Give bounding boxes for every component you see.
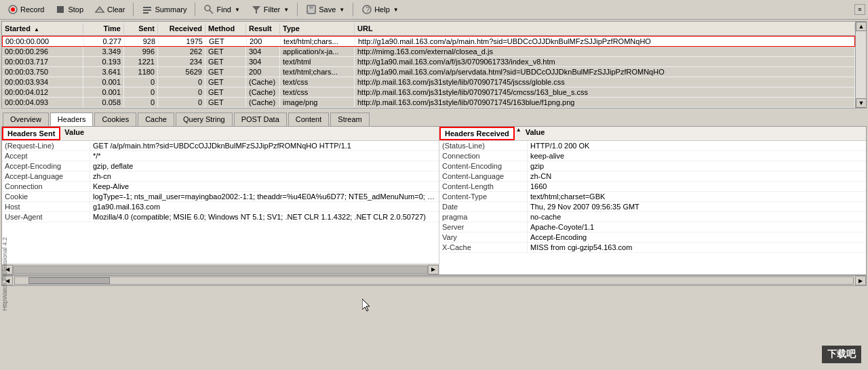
record-icon [7, 4, 18, 15]
sort-arrow-started: ▲ [34, 26, 39, 33]
header-key: Content-Encoding [439, 161, 528, 171]
summary-icon [142, 4, 153, 15]
header-key: Date [439, 202, 528, 211]
col-header-time[interactable]: Time [83, 23, 124, 34]
find-dropdown-icon[interactable]: ▼ [235, 7, 240, 13]
tab-query-string[interactable]: Query String [176, 112, 233, 126]
stop-icon [55, 4, 66, 15]
tab-stream[interactable]: Stream [330, 112, 369, 126]
save-dropdown-icon[interactable]: ▼ [339, 7, 344, 13]
header-key: (Status-Line) [439, 141, 528, 150]
headers-sent-col-header: Headers Sent [2, 127, 60, 140]
tab-cache[interactable]: Cache [138, 112, 174, 126]
value-col-header-left: Value [60, 127, 88, 140]
cell-received: 234 [158, 57, 205, 66]
header-key: Content-Length [439, 182, 528, 191]
table-row[interactable]: 00:00:04.093 0.058 0 0 GET (Cache) image… [2, 98, 855, 108]
summary-button[interactable]: Summary [137, 2, 191, 17]
cell-result: (Cache) [246, 77, 280, 87]
save-icon [306, 4, 317, 15]
table-row[interactable]: 00:00:03.717 0.193 1221 234 GET 304 text… [2, 57, 855, 67]
svg-rect-2 [57, 6, 64, 13]
stop-label: Stop [68, 5, 83, 14]
scroll-down-button[interactable]: ▼ [856, 98, 867, 108]
save-button[interactable]: Save ▼ [301, 2, 349, 17]
headers-sent-panel: Headers Sent Value (Request-Line) GET /a… [2, 127, 439, 274]
help-button[interactable]: ? Help ▼ [357, 2, 403, 17]
cell-time: 0.193 [83, 57, 124, 66]
left-scroll-right[interactable]: ▶ [428, 265, 439, 274]
tab-content[interactable]: Content [288, 112, 330, 126]
header-key: Vary [439, 232, 528, 242]
scroll-up-button[interactable]: ▲ [856, 22, 867, 31]
cell-url: http://mimg.163.com/external/closea_d.js [355, 47, 855, 56]
bottom-scroll-right[interactable]: ▶ [855, 276, 866, 285]
cell-result: 200 [246, 67, 280, 77]
table-row[interactable]: 00:00:03.750 3.641 1180 5629 GET 200 tex… [2, 67, 855, 77]
filter-button[interactable]: Filter ▼ [246, 2, 294, 17]
header-value: GET /a/p/main.htm?sid=UBDCcOJJDknBulMFzS… [90, 141, 439, 150]
headers-received-row: Content-Type text/html;charset=GBK [439, 192, 866, 202]
tab-headers[interactable]: Headers [50, 112, 94, 126]
col-header-started[interactable]: Started ▲ [2, 23, 83, 34]
tab-overview[interactable]: Overview [3, 112, 49, 126]
headers-sent-row: User-Agent Mozilla/4.0 (compatible; MSIE… [2, 212, 439, 222]
header-value: HTTP/1.0 200 OK [528, 141, 866, 150]
filter-dropdown-icon[interactable]: ▼ [283, 7, 289, 13]
stop-button[interactable]: Stop [50, 2, 88, 17]
help-dropdown-icon[interactable]: ▼ [393, 7, 399, 13]
request-table-container: Started ▲ Time Sent Received Method Resu… [1, 21, 867, 108]
scroll-track[interactable] [856, 31, 866, 98]
col-header-sent[interactable]: Sent [124, 23, 158, 34]
table-row[interactable]: 00:00:03.934 0.001 0 0 GET (Cache) text/… [2, 77, 855, 87]
headers-received-sort: ▲ [516, 127, 521, 140]
headers-received-panel: Headers Received ▲ Value (Status-Line) H… [439, 127, 866, 274]
cell-url: http://p.mail.163.com/js31style/lib/0709… [355, 87, 855, 97]
header-value: 1660 [528, 182, 866, 191]
bottom-scrollbar[interactable]: ◀ ▶ [1, 275, 867, 286]
svg-rect-12 [309, 10, 314, 13]
table-row[interactable]: 00:00:00.000 0.277 928 1975 GET 200 text… [2, 36, 855, 47]
header-key: (Request-Line) [2, 141, 90, 150]
window-expand-button[interactable]: ≡ [854, 4, 865, 15]
left-scroll-track[interactable] [13, 266, 428, 274]
table-row[interactable]: 00:00:04.012 0.001 0 0 GET (Cache) text/… [2, 87, 855, 98]
clear-icon [94, 4, 105, 15]
cell-time: 0.058 [83, 98, 124, 107]
col-header-result[interactable]: Result [246, 23, 280, 34]
col-header-method[interactable]: Method [205, 23, 246, 34]
record-button[interactable]: Record [3, 2, 49, 17]
headers-sent-row: (Request-Line) GET /a/p/main.htm?sid=UBD… [2, 141, 439, 151]
col-header-url[interactable]: URL [355, 23, 855, 34]
clear-label: Clear [107, 5, 125, 14]
header-value: */* [90, 151, 439, 161]
headers-received-row: Server Apache-Coyote/1.1 [439, 222, 866, 232]
svg-marker-9 [252, 6, 260, 14]
separator-4 [353, 3, 353, 16]
cell-type: image/png [280, 98, 355, 107]
header-value: g1a90.mail.163.com [90, 202, 439, 211]
vertical-scrollbar[interactable]: ▲ ▼ [855, 22, 866, 108]
clear-button[interactable]: Clear [90, 2, 130, 17]
cell-method: GET [205, 47, 246, 56]
bottom-scroll-track[interactable] [14, 276, 854, 285]
cell-url: http://g1a90.mail.163.com/a/p/main.htm?s… [355, 37, 854, 46]
left-panel-scrollbar[interactable]: ◀ ▶ [2, 264, 439, 274]
find-label: Find [216, 5, 231, 14]
col-header-received[interactable]: Received [158, 23, 205, 34]
table-row[interactable]: 00:00:00.296 3.349 996 262 GET 304 appli… [2, 47, 855, 57]
headers-sent-row: Accept-Language zh-cn [2, 171, 439, 182]
col-header-type[interactable]: Type [280, 23, 355, 34]
summary-label: Summary [155, 5, 186, 14]
cell-received: 5629 [158, 67, 205, 77]
tab-cookies[interactable]: Cookies [94, 112, 136, 126]
find-button[interactable]: Find ▼ [199, 2, 244, 17]
cell-url: http://g1a90.mail.163.com/a/f/js3/070906… [355, 57, 855, 66]
header-key: Connection [2, 182, 90, 191]
cell-method: GET [205, 98, 246, 107]
headers-received-row: Content-Encoding gzip [439, 161, 866, 171]
detail-panels: Headers Sent Value (Request-Line) GET /a… [1, 126, 867, 275]
tab-post-data[interactable]: POST Data [234, 112, 287, 126]
detail-tabs: OverviewHeadersCookiesCacheQuery StringP… [0, 110, 868, 126]
header-value: gzip [528, 161, 866, 171]
